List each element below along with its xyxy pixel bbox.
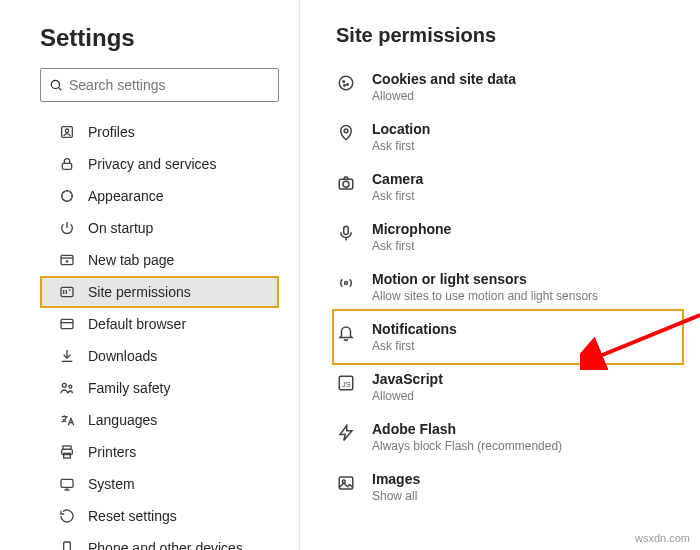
sidebar-item-label: Privacy and services — [88, 156, 216, 172]
perm-title: Microphone — [372, 221, 451, 237]
sidebar-item-label: Phone and other devices — [88, 540, 243, 550]
svg-point-31 — [347, 84, 349, 86]
bell-icon — [336, 323, 356, 343]
svg-point-0 — [51, 80, 59, 88]
sidebar-item-label: Reset settings — [88, 508, 177, 524]
sidebar-item-default-browser[interactable]: Default browser — [40, 308, 279, 340]
profile-icon — [58, 123, 76, 141]
svg-point-18 — [69, 385, 72, 388]
sidebar-item-newtab[interactable]: New tab page — [40, 244, 279, 276]
svg-rect-42 — [339, 477, 353, 489]
perm-title: Motion or light sensors — [372, 271, 598, 287]
perm-sub: Allowed — [372, 89, 516, 103]
sidebar-item-label: Family safety — [88, 380, 170, 396]
sidebar-item-site-permissions[interactable]: Site permissions — [40, 276, 279, 308]
sidebar-item-appearance[interactable]: Appearance — [40, 180, 279, 212]
system-icon — [58, 475, 76, 493]
svg-rect-4 — [62, 163, 71, 169]
sidebar-item-label: Default browser — [88, 316, 186, 332]
js-icon: JS — [336, 373, 356, 393]
perm-camera[interactable]: Camera Ask first — [336, 163, 680, 211]
search-icon — [49, 78, 63, 92]
browser-icon — [58, 315, 76, 333]
svg-rect-14 — [61, 319, 73, 328]
sidebar-item-phone[interactable]: Phone and other devices — [40, 532, 279, 550]
location-icon — [336, 123, 356, 143]
settings-title: Settings — [40, 24, 279, 52]
main-panel: Site permissions Cookies and site data A… — [300, 0, 700, 550]
sidebar-item-reset[interactable]: Reset settings — [40, 500, 279, 532]
sidebar-item-privacy[interactable]: Privacy and services — [40, 148, 279, 180]
perm-title: Adobe Flash — [372, 421, 562, 437]
perm-sub: Always block Flash (recommended) — [372, 439, 562, 453]
perm-cookies[interactable]: Cookies and site data Allowed — [336, 63, 680, 111]
newtab-icon — [58, 251, 76, 269]
camera-icon — [336, 173, 356, 193]
perm-title: Location — [372, 121, 430, 137]
sidebar-item-label: Site permissions — [88, 284, 191, 300]
perm-notifications[interactable]: Notifications Ask first — [336, 313, 680, 361]
perm-sub: Ask first — [372, 139, 430, 153]
sidebar-item-languages[interactable]: Languages — [40, 404, 279, 436]
sidebar-item-family[interactable]: Family safety — [40, 372, 279, 404]
perm-title: Images — [372, 471, 420, 487]
lock-icon — [58, 155, 76, 173]
perm-sub: Ask first — [372, 339, 457, 353]
perm-flash[interactable]: Adobe Flash Always block Flash (recommen… — [336, 413, 680, 461]
perm-images[interactable]: Images Show all — [336, 463, 680, 511]
flash-icon — [336, 423, 356, 443]
svg-rect-36 — [344, 226, 349, 234]
reset-icon — [58, 507, 76, 525]
search-box[interactable] — [40, 68, 279, 102]
sidebar-item-printers[interactable]: Printers — [40, 436, 279, 468]
sidebar-item-label: Appearance — [88, 188, 164, 204]
perm-title: Notifications — [372, 321, 457, 337]
perm-sub: Ask first — [372, 189, 423, 203]
sidebar-item-system[interactable]: System — [40, 468, 279, 500]
svg-point-33 — [344, 129, 348, 133]
language-icon — [58, 411, 76, 429]
sidebar-item-label: Profiles — [88, 124, 135, 140]
permissions-icon — [58, 283, 76, 301]
perm-title: JavaScript — [372, 371, 443, 387]
perm-sub: Ask first — [372, 239, 451, 253]
sidebar-item-label: On startup — [88, 220, 153, 236]
power-icon — [58, 219, 76, 237]
search-input[interactable] — [69, 77, 270, 93]
perm-javascript[interactable]: JS JavaScript Allowed — [336, 363, 680, 411]
perm-sub: Allowed — [372, 389, 443, 403]
svg-point-29 — [339, 76, 353, 90]
perm-sub: Allow sites to use motion and light sens… — [372, 289, 598, 303]
microphone-icon — [336, 223, 356, 243]
sidebar-item-downloads[interactable]: Downloads — [40, 340, 279, 372]
sidebar: Settings Profiles Privacy and services A… — [0, 0, 300, 550]
family-icon — [58, 379, 76, 397]
sidebar-item-label: Languages — [88, 412, 157, 428]
sidebar-item-label: System — [88, 476, 135, 492]
svg-point-38 — [345, 282, 348, 285]
svg-rect-23 — [61, 479, 73, 487]
sidebar-item-profiles[interactable]: Profiles — [40, 116, 279, 148]
perm-motion[interactable]: Motion or light sensors Allow sites to u… — [336, 263, 680, 311]
svg-point-35 — [343, 181, 349, 187]
svg-marker-41 — [340, 426, 352, 441]
perm-title: Camera — [372, 171, 423, 187]
cookie-icon — [336, 73, 356, 93]
svg-line-1 — [59, 88, 62, 91]
perm-location[interactable]: Location Ask first — [336, 113, 680, 161]
motion-icon — [336, 273, 356, 293]
appearance-icon — [58, 187, 76, 205]
sidebar-item-startup[interactable]: On startup — [40, 212, 279, 244]
sidebar-item-label: Downloads — [88, 348, 157, 364]
image-icon — [336, 473, 356, 493]
sidebar-item-label: New tab page — [88, 252, 174, 268]
perm-microphone[interactable]: Microphone Ask first — [336, 213, 680, 261]
svg-point-30 — [343, 81, 345, 83]
phone-icon — [58, 539, 76, 550]
sidebar-item-label: Printers — [88, 444, 136, 460]
main-title: Site permissions — [336, 24, 680, 47]
printer-icon — [58, 443, 76, 461]
perm-sub: Show all — [372, 489, 420, 503]
svg-point-17 — [62, 383, 66, 387]
svg-text:JS: JS — [342, 380, 351, 389]
